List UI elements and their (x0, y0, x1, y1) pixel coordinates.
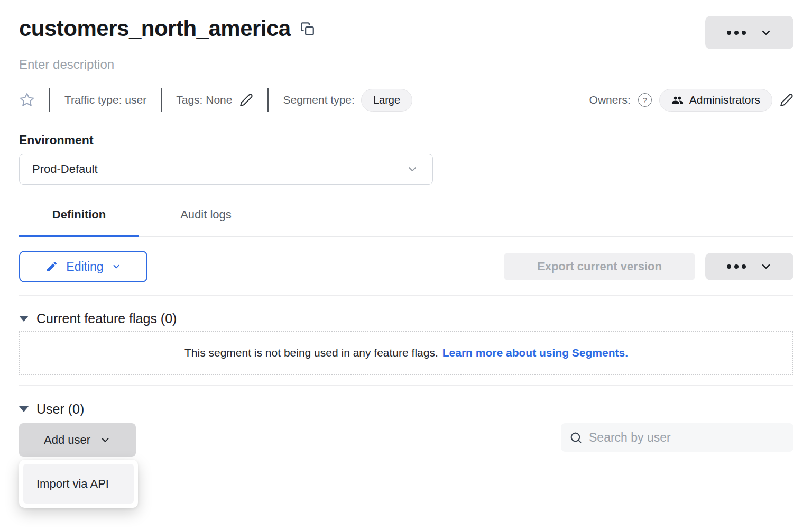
page-title: customers_north_america (19, 16, 291, 41)
owners-label: Owners: (589, 94, 631, 106)
help-icon[interactable]: ? (638, 93, 652, 107)
empty-state-text: This segment is not being used in any fe… (184, 346, 438, 359)
user-section-heading[interactable]: User (0) (19, 401, 793, 417)
caret-down-icon (19, 316, 29, 322)
tab-bar: Definition Audit logs (19, 206, 793, 237)
description-placeholder[interactable]: Enter description (19, 57, 793, 72)
add-user-label: Add user (44, 433, 90, 447)
edit-tags-icon[interactable] (239, 93, 253, 107)
tab-definition[interactable]: Definition (19, 206, 139, 236)
feature-flags-empty-state: This segment is not being used in any fe… (19, 331, 793, 375)
segment-detail-page: customers_north_america Enter descriptio… (0, 0, 812, 530)
environment-select[interactable]: Prod-Default (19, 154, 433, 185)
user-heading-label: User (0) (36, 401, 84, 417)
search-by-user-input[interactable] (589, 431, 785, 445)
caret-down-icon (19, 406, 29, 412)
ellipsis-icon (727, 31, 746, 35)
owners-value: Administrators (689, 94, 760, 106)
ellipsis-icon (727, 264, 746, 269)
tab-audit-logs[interactable]: Audit logs (139, 206, 273, 236)
chevron-down-icon (406, 163, 419, 176)
header-more-menu-button[interactable] (705, 16, 793, 49)
divider (49, 88, 50, 112)
add-user-button[interactable]: Add user (19, 423, 136, 457)
segment-type-badge: Large (361, 89, 412, 112)
add-user-dropdown-menu: Import via API (19, 460, 138, 508)
chevron-down-icon (112, 262, 121, 271)
meta-row: Traffic type: user Tags: None Segment ty… (19, 88, 793, 112)
owners-badge[interactable]: Administrators (659, 89, 772, 112)
chevron-down-icon (760, 260, 772, 273)
user-controls-row: Add user Import via API (19, 423, 793, 457)
favorite-star-icon[interactable] (19, 92, 35, 108)
editing-label: Editing (66, 260, 103, 274)
chevron-down-icon (760, 26, 772, 39)
search-icon (569, 431, 583, 444)
divider (19, 385, 793, 386)
export-current-version-button[interactable]: Export current version (504, 253, 695, 280)
toolbar-more-menu-button[interactable] (705, 253, 793, 280)
copy-icon[interactable] (300, 22, 315, 36)
page-header: customers_north_america (19, 16, 793, 49)
tags-label: Tags: None (176, 94, 232, 106)
user-search-box[interactable] (561, 423, 793, 452)
learn-more-link[interactable]: Learn more about using Segments. (442, 346, 628, 359)
edit-owners-icon[interactable] (780, 93, 793, 107)
divider (267, 88, 269, 112)
environment-section: Environment Prod-Default (19, 133, 793, 185)
menu-item-import-via-api[interactable]: Import via API (23, 464, 134, 504)
editing-status-button[interactable]: Editing (19, 251, 147, 282)
pencil-icon (45, 260, 58, 273)
segment-type-label: Segment type: (283, 94, 354, 106)
feature-flags-section-heading[interactable]: Current feature flags (0) (19, 311, 793, 326)
group-icon (671, 94, 684, 106)
traffic-type-label: Traffic type: user (64, 94, 146, 106)
chevron-down-icon (99, 434, 111, 446)
divider (19, 295, 793, 296)
environment-selected-value: Prod-Default (32, 162, 98, 176)
environment-label: Environment (19, 133, 793, 148)
divider (161, 88, 162, 112)
definition-toolbar: Editing Export current version (19, 251, 793, 282)
feature-flags-heading-label: Current feature flags (0) (36, 311, 177, 326)
